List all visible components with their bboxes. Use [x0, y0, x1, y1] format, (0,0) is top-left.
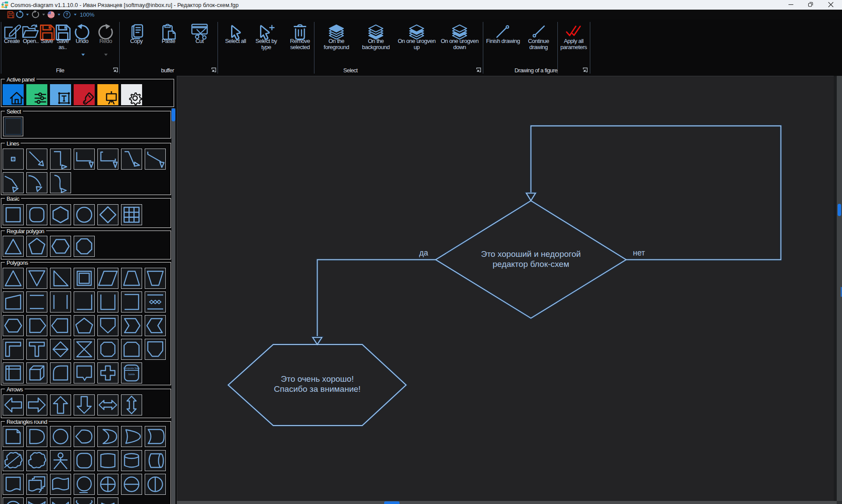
- svg-text:Это хороший и недорогой: Это хороший и недорогой: [481, 249, 581, 259]
- svg-text:нет: нет: [633, 248, 645, 257]
- svg-text:Subtitle: Subtitle: [128, 373, 135, 376]
- svg-text:Спасибо за внимание!: Спасибо за внимание!: [274, 384, 361, 394]
- svg-text:Это очень хорошо!: Это очень хорошо!: [281, 374, 353, 383]
- svg-text:да: да: [419, 248, 429, 257]
- svg-text:редактор блок-схем: редактор блок-схем: [492, 259, 569, 269]
- svg-text:?: ?: [65, 12, 68, 17]
- svg-text:Composite State: Composite State: [124, 367, 140, 369]
